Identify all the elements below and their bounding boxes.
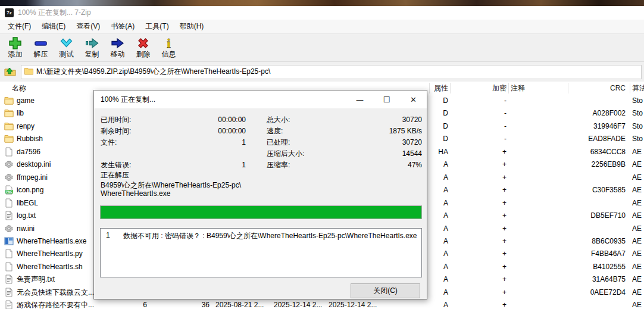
cell-attributes: A xyxy=(443,248,448,260)
address-input[interactable]: M:\新建文件夹\B4959.ZIP.zip\B4959\心之所在\WhereT… xyxy=(21,65,642,79)
file-icon xyxy=(4,147,14,157)
column-header-comment[interactable]: 注释 xyxy=(511,82,525,95)
cell-attributes: A xyxy=(443,235,448,248)
file-name: WhereTheHeartIs.sh xyxy=(17,261,83,273)
error-list[interactable]: 1 数据不可用 : 密码错误？ : B4959\心之所在\WhereTheHea… xyxy=(100,228,422,277)
up-level-button[interactable] xyxy=(2,65,18,79)
cell-method: AE xyxy=(632,171,642,184)
add-icon xyxy=(8,36,23,50)
file-name: log.txt xyxy=(17,210,36,222)
cell-encrypted: + xyxy=(502,171,507,184)
cell-method: AE xyxy=(632,197,642,210)
cell-crc: 2256EB9B xyxy=(592,158,626,171)
progress-dialog: 100% 正在复制... — ☐ ✕ 已用时间: 00:00:00 剩余时间: … xyxy=(93,90,427,299)
file-name: icon.png xyxy=(17,184,43,196)
error-count: 1 xyxy=(106,231,110,239)
maximize-icon[interactable]: ☐ xyxy=(373,90,400,108)
column-header-crc[interactable]: CRC xyxy=(610,82,626,95)
folder-icon xyxy=(4,108,14,118)
stat-label: 总大小: xyxy=(267,114,290,126)
toolbar-move-button[interactable]: 移动 xyxy=(105,36,130,61)
address-bar: M:\新建文件夹\B4959.ZIP.zip\B4959\心之所在\WhereT… xyxy=(0,62,644,82)
title-bar[interactable]: 7z 100% 正在复制... 7-Zip xyxy=(0,6,644,20)
cell-accessed: 2025-12-14 2... xyxy=(329,299,377,309)
close-button[interactable]: 关闭(C) xyxy=(351,283,420,298)
stat-line xyxy=(101,148,246,160)
toolbar-extract-button[interactable]: 解压 xyxy=(28,36,54,61)
menu-item-edit[interactable]: 编辑(E) xyxy=(36,20,71,33)
cell-encrypted: + xyxy=(502,146,507,158)
column-separator xyxy=(568,83,568,93)
cell-method: AE xyxy=(632,223,642,235)
png-icon: PNG xyxy=(4,185,14,195)
toolbar-delete-button[interactable]: 删除 xyxy=(130,36,156,61)
file-name: ffmpeg.ini xyxy=(17,171,48,184)
cell-encrypted: + xyxy=(502,261,507,273)
column-header-method[interactable]: 算法 xyxy=(632,82,644,95)
stat-value: 30720 xyxy=(402,137,422,148)
column-header-encrypted[interactable]: 加密 xyxy=(492,82,507,95)
column-header-name[interactable]: 名称 xyxy=(12,82,26,95)
table-row[interactable]: 游戏保存路径不要有中... 6 36 2025-08-21 2... 2025-… xyxy=(0,299,644,309)
dialog-title: 100% 正在复制... xyxy=(101,95,155,105)
cell-encrypted: + xyxy=(502,210,507,222)
stat-value: 47% xyxy=(408,160,422,171)
stat-value: 1 xyxy=(242,137,246,148)
stat-line: 压缩率: 47% xyxy=(267,160,422,171)
cell-attributes: A xyxy=(443,210,448,222)
cell-encrypted: + xyxy=(502,184,507,196)
cell-method: Sto xyxy=(632,95,643,107)
svg-text:i: i xyxy=(167,36,170,50)
cell-encrypted: - xyxy=(504,95,507,107)
cell-method: Sto xyxy=(632,107,643,120)
menu-item-tools[interactable]: 工具(T) xyxy=(140,20,174,33)
cell-method: Sto xyxy=(632,133,643,145)
cell-method: AE xyxy=(632,235,642,248)
cell-attributes: A xyxy=(443,286,448,299)
menu-item-help[interactable]: 帮助(H) xyxy=(174,20,210,33)
column-separator xyxy=(450,83,451,93)
toolbar-add-button[interactable]: 添加 xyxy=(2,36,28,61)
file-name: 无会员快速下载微云文... xyxy=(17,286,94,299)
toolbar-copy-button[interactable]: 复制 xyxy=(79,36,105,61)
stat-line: 总大小: 30720 xyxy=(267,114,422,126)
stat-label: 已处理: xyxy=(267,137,290,148)
cell-method: Sto xyxy=(632,120,643,133)
stat-line: 已处理: 30720 xyxy=(267,137,422,148)
menu-item-bookmarks[interactable]: 书签(A) xyxy=(105,20,140,33)
cell-crc: 31A64B75 xyxy=(592,273,626,286)
menu-item-file[interactable]: 文件(F) xyxy=(2,20,36,33)
file-name: lib xyxy=(17,107,24,120)
cell-encrypted: + xyxy=(502,299,507,309)
toolbar-test-button[interactable]: 测试 xyxy=(54,36,79,61)
column-separator xyxy=(630,83,630,93)
file-name: 免责声明.txt xyxy=(17,273,55,286)
menu-item-view[interactable]: 查看(V) xyxy=(71,20,105,33)
file-name: Rubbish xyxy=(17,133,43,145)
minimize-icon[interactable]: — xyxy=(346,90,373,108)
cell-attributes: A xyxy=(443,184,448,196)
close-icon[interactable]: ✕ xyxy=(400,90,427,108)
copy-icon xyxy=(85,36,99,50)
cell-encrypted: - xyxy=(504,133,507,145)
menu-bar: 文件(F)编辑(E)查看(V)书签(A)工具(T)帮助(H) xyxy=(0,20,644,34)
column-header-attributes[interactable]: 属性 xyxy=(434,82,448,95)
cell-attributes: A xyxy=(443,197,448,210)
toolbar-info-button[interactable]: i 信息 xyxy=(156,36,182,61)
cell-method: AE xyxy=(632,261,642,273)
dialog-title-bar[interactable]: 100% 正在复制... — ☐ ✕ xyxy=(94,90,427,108)
folder-up-icon xyxy=(4,65,16,78)
text-icon xyxy=(4,274,14,284)
file-name: libEGL xyxy=(17,197,38,210)
cell-attributes: A xyxy=(443,223,448,235)
folder-icon xyxy=(4,121,14,131)
cell-encrypted: + xyxy=(502,223,507,235)
cell-attributes: A xyxy=(443,171,448,184)
stat-line: 发生错误: 1 xyxy=(101,160,246,171)
current-file-path: B4959\心之所在\WhereTheHeartIs-Ep25-pc\ Wher… xyxy=(101,181,241,198)
cell-method: AE xyxy=(632,158,642,171)
cell-encrypted: + xyxy=(502,248,507,260)
cell-encrypted: + xyxy=(502,286,507,299)
text-icon xyxy=(4,300,14,309)
cell-crc: DB5EF710 xyxy=(590,210,626,222)
